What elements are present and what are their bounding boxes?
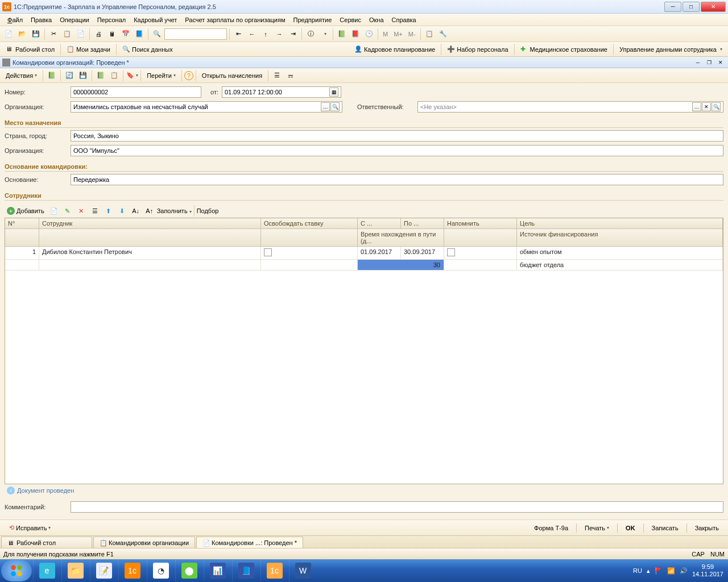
ellipsis-icon[interactable]: …	[692, 102, 701, 111]
tool-icon[interactable]: 📋	[423, 28, 436, 40]
table-row-sub[interactable]: 30 бюджет отдела	[5, 260, 723, 271]
calendar-icon[interactable]: 📅	[119, 28, 132, 40]
doc-minimize-button[interactable]: ─	[693, 59, 703, 66]
taskbar-chrome-icon[interactable]: ◔	[147, 560, 174, 581]
col-goal[interactable]: Цель	[517, 218, 723, 228]
menu-enterprise[interactable]: Предприятие	[289, 16, 336, 23]
col-funding[interactable]: Источник финансирования	[517, 229, 723, 246]
close-doc-button[interactable]: Закрыть	[690, 522, 723, 534]
col-release[interactable]: Освобождать ставку	[261, 218, 358, 228]
sort-desc-icon[interactable]: A↑	[143, 205, 156, 217]
minimize-button[interactable]: ─	[664, 2, 681, 12]
end-edit-icon[interactable]: ☰	[89, 205, 101, 217]
maximize-button[interactable]: □	[682, 2, 700, 12]
history-icon[interactable]: 🕒	[363, 28, 375, 40]
tab-current-doc[interactable]: 📄Командировки ...: Проведен *	[196, 537, 303, 548]
move-up-icon[interactable]: ⬆	[102, 205, 115, 217]
nav-prev-icon[interactable]: ←	[246, 28, 258, 40]
col-number[interactable]: N°	[5, 218, 39, 228]
taskbar-1c-icon[interactable]: 1c	[118, 560, 146, 581]
number-input[interactable]: 0000000002	[71, 86, 201, 98]
comment-input[interactable]	[71, 501, 723, 513]
post-doc-icon[interactable]: 📗	[46, 69, 58, 82]
actions-button[interactable]: Действия	[2, 69, 40, 82]
cell-days[interactable]: 30	[358, 260, 444, 270]
taskbar-app2-icon[interactable]: 📊	[204, 560, 231, 581]
search-icon[interactable]: 🔍	[151, 28, 163, 40]
col-from[interactable]: С ...	[358, 218, 401, 228]
employees-grid[interactable]: N° Сотрудник Освобождать ставку С ... По…	[5, 218, 723, 484]
refresh-icon[interactable]: 🔄	[63, 69, 76, 82]
open-icon[interactable]: 📂	[16, 28, 28, 40]
ellipsis-icon[interactable]: …	[321, 102, 330, 111]
taskbar-1c2-icon[interactable]: 1c	[260, 560, 288, 581]
post-close-icon[interactable]: 📗	[94, 69, 107, 82]
menu-windows[interactable]: Окна	[365, 16, 388, 23]
col-to[interactable]: По ...	[401, 218, 444, 228]
menu-personnel[interactable]: Персонал	[93, 16, 130, 23]
close-button[interactable]: ✕	[701, 2, 726, 12]
taskbar-word-icon[interactable]: W	[289, 560, 316, 581]
print-button[interactable]: Печать	[580, 522, 614, 534]
save-doc-icon[interactable]: 💾	[77, 69, 89, 82]
desktop-link[interactable]: 🖥Рабочий стол	[2, 43, 58, 56]
lookup-icon[interactable]: 🔍	[712, 102, 721, 111]
dest-org-input[interactable]: ООО "Импульс"	[71, 145, 723, 156]
copy-row-icon[interactable]: 📄	[48, 205, 60, 217]
post-icon[interactable]: 📗	[336, 28, 348, 40]
help-icon[interactable]: ?	[184, 71, 193, 80]
nav-last-icon[interactable]: ⇥	[287, 28, 299, 40]
release-checkbox[interactable]	[264, 248, 272, 256]
clock[interactable]: 9:59 14.11.2017	[692, 563, 723, 578]
nav-up-icon[interactable]: ↑	[259, 28, 272, 40]
unpost-icon[interactable]: 📕	[349, 28, 362, 40]
cell-release[interactable]	[261, 247, 358, 259]
taskbar-app3-icon[interactable]: 📘	[232, 560, 259, 581]
responsible-input[interactable]: <Не указан>…✕🔍	[417, 101, 723, 113]
fill-button[interactable]: Заполнить	[157, 207, 192, 214]
taskbar-app-icon[interactable]: ⬤	[175, 560, 202, 581]
info-icon[interactable]: ⓘ	[304, 28, 317, 40]
taskbar-explorer-icon[interactable]: 📁	[61, 560, 89, 581]
nav-next-icon[interactable]: →	[273, 28, 286, 40]
save-icon[interactable]: 💾	[30, 28, 42, 40]
nav-first-icon[interactable]: ⇤	[232, 28, 245, 40]
menu-edit[interactable]: Правка	[27, 16, 56, 23]
tab-desktop[interactable]: 🖥Рабочий стол	[1, 537, 92, 548]
insurance-link[interactable]: ✚Медицинское страхование	[517, 43, 611, 56]
fix-button[interactable]: ⟲ Исправить	[5, 522, 55, 534]
search-data-link[interactable]: 🔍Поиск данных	[119, 43, 176, 56]
hr-planning-link[interactable]: 👤Кадровое планирование	[351, 43, 439, 56]
clear-icon[interactable]: ✕	[702, 102, 711, 111]
new-icon[interactable]: 📄	[2, 28, 15, 40]
table-row[interactable]: 1 Дибилов Константин Петрович 01.09.2017…	[5, 247, 723, 260]
copy-icon[interactable]: 📋	[61, 28, 73, 40]
organization-input[interactable]: Изменились страховые на несчастный случа…	[71, 101, 342, 113]
tray-arrow-icon[interactable]: ▴	[647, 567, 650, 575]
menu-hr[interactable]: Кадровый учет	[130, 16, 181, 23]
start-button[interactable]	[1, 560, 32, 581]
sort-asc-icon[interactable]: A↓	[130, 205, 142, 217]
menu-payroll[interactable]: Расчет зарплаты по организациям	[181, 16, 289, 23]
lookup-icon[interactable]: 🔍	[330, 102, 340, 111]
taskbar-ie-icon[interactable]: e	[33, 560, 60, 581]
based-on-icon[interactable]: 📋	[108, 69, 121, 82]
print-icon[interactable]: 🖨	[92, 28, 105, 40]
taskbar-notepad-icon[interactable]: 📝	[90, 560, 117, 581]
tray-network-icon[interactable]: 📶	[667, 567, 675, 575]
calendar-picker-icon[interactable]: ▦	[329, 88, 338, 97]
menu-service[interactable]: Сервис	[336, 16, 365, 23]
basis-input[interactable]: Передержка	[71, 174, 723, 185]
menu-help[interactable]: Справка	[388, 16, 420, 23]
menu-operations[interactable]: Операции	[56, 16, 93, 23]
delete-row-icon[interactable]: ✕	[75, 205, 88, 217]
open-charges-button[interactable]: Открыть начисления	[198, 69, 266, 82]
language-indicator[interactable]: RU	[633, 567, 642, 574]
info-dropdown[interactable]	[318, 28, 330, 40]
cell-remind[interactable]	[444, 247, 517, 259]
book-icon[interactable]: 📘	[133, 28, 146, 40]
tree-icon[interactable]: ⚎	[284, 69, 297, 82]
structure-icon[interactable]: 🔖	[126, 69, 138, 82]
save-button[interactable]: Записать	[647, 522, 683, 534]
settings-icon[interactable]: 🔧	[437, 28, 449, 40]
